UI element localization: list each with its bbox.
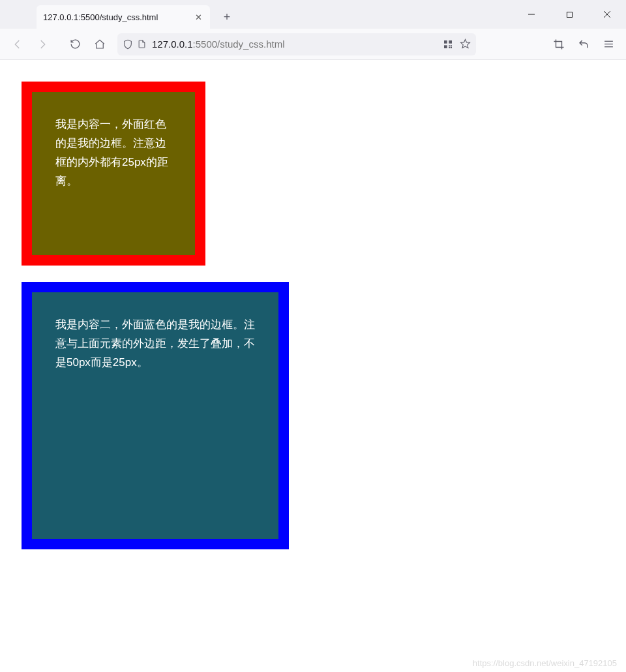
svg-rect-5 xyxy=(449,40,452,44)
crop-icon[interactable] xyxy=(548,33,570,55)
address-bar-icons xyxy=(123,39,147,50)
page-viewport: 我是内容一，外面红色的是我的边框。注意边框的内外都有25px的距离。 我是内容二… xyxy=(0,60,626,672)
content-box-1: 我是内容一，外面红色的是我的边框。注意边框的内外都有25px的距离。 xyxy=(22,82,205,266)
browser-toolbar: 127.0.0.1:5500/study_css.html xyxy=(0,29,626,60)
content-box-2: 我是内容二，外面蓝色的是我的边框。注意与上面元素的外边距，发生了叠加，不是50p… xyxy=(22,282,289,549)
window-controls xyxy=(513,0,626,29)
bookmark-star-icon[interactable] xyxy=(460,38,471,50)
window-titlebar: 127.0.0.1:5500/study_css.html ✕ + xyxy=(0,0,626,29)
address-bar[interactable]: 127.0.0.1:5500/study_css.html xyxy=(117,33,476,55)
watermark-text: https://blog.csdn.net/weixin_47192105 xyxy=(473,658,617,668)
url-text: 127.0.0.1:5500/study_css.html xyxy=(152,38,284,50)
close-tab-icon[interactable]: ✕ xyxy=(193,12,203,22)
svg-rect-4 xyxy=(444,40,447,44)
reload-button[interactable] xyxy=(64,33,86,55)
svg-rect-7 xyxy=(449,45,450,46)
app-menu-button[interactable] xyxy=(597,33,619,55)
svg-rect-8 xyxy=(451,45,452,46)
svg-rect-9 xyxy=(449,47,450,48)
svg-rect-6 xyxy=(444,45,447,48)
maximize-button[interactable] xyxy=(550,0,588,29)
url-host: 127.0.0.1 xyxy=(152,38,193,50)
box2-text: 我是内容二，外面蓝色的是我的边框。注意与上面元素的外边距，发生了叠加，不是50p… xyxy=(55,318,255,369)
new-tab-button[interactable]: + xyxy=(216,7,237,27)
page-info-icon[interactable] xyxy=(137,39,147,49)
svg-rect-10 xyxy=(451,47,452,48)
plus-icon: + xyxy=(224,10,231,24)
shield-icon[interactable] xyxy=(123,39,133,50)
close-window-button[interactable] xyxy=(588,0,626,29)
forward-button[interactable] xyxy=(31,33,53,55)
back-button[interactable] xyxy=(7,33,29,55)
box1-text: 我是内容一，外面红色的是我的边框。注意边框的内外都有25px的距离。 xyxy=(55,118,168,187)
tab-title: 127.0.0.1:5500/study_css.html xyxy=(43,12,193,22)
minimize-button[interactable] xyxy=(513,0,550,29)
svg-rect-1 xyxy=(567,12,572,17)
undo-icon[interactable] xyxy=(573,33,595,55)
home-button[interactable] xyxy=(89,33,111,55)
qr-icon[interactable] xyxy=(443,39,453,50)
browser-tab[interactable]: 127.0.0.1:5500/study_css.html ✕ xyxy=(37,5,210,29)
url-path: :5500/study_css.html xyxy=(193,38,285,50)
